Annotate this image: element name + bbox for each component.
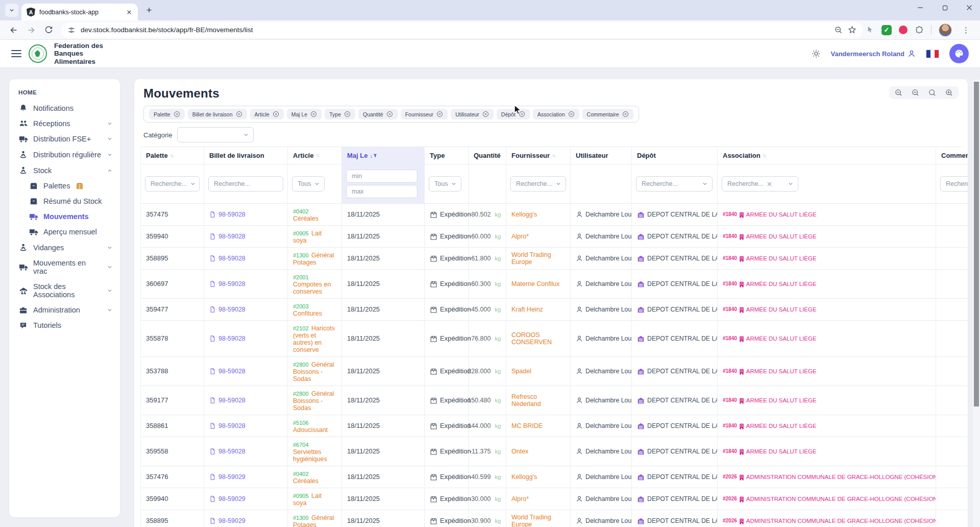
zoom-in-icon[interactable] bbox=[945, 88, 953, 97]
column-header-maj-le[interactable]: Maj Le↓ bbox=[342, 147, 425, 164]
theme-palette-button[interactable] bbox=[949, 44, 969, 63]
vertical-scrollbar[interactable] bbox=[972, 80, 980, 527]
table-row[interactable]: 35747698-59029#0402 Céréales18/11/2025Ex… bbox=[141, 466, 962, 488]
billet-link[interactable]: 98-59028 bbox=[218, 335, 246, 342]
sidebar-item-vidanges[interactable]: Vidanges bbox=[9, 239, 120, 255]
zoom-out-icon[interactable] bbox=[894, 88, 903, 97]
sidebar-item-stock-des-associations[interactable]: Stock des Associations bbox=[9, 279, 120, 302]
billet-link[interactable]: 98-59029 bbox=[218, 473, 246, 481]
max-filter-input[interactable] bbox=[346, 185, 418, 198]
browser-menu-icon[interactable]: ⋮ bbox=[959, 26, 973, 35]
filter-chip-palette[interactable]: Palette bbox=[149, 109, 185, 119]
column-header-fournisseur[interactable]: Fournisseur↑↓ bbox=[506, 147, 571, 164]
sidebar-item-distribution-fse[interactable]: Distribution FSE+ bbox=[9, 131, 120, 147]
forward-icon[interactable] bbox=[24, 23, 38, 37]
billet-link[interactable]: 98-59028 bbox=[218, 397, 246, 404]
billet-link[interactable]: 98-59029 bbox=[218, 495, 246, 502]
billet-link[interactable]: 98-59028 bbox=[218, 306, 246, 313]
chip-remove-icon[interactable] bbox=[174, 111, 180, 117]
chip-remove-icon[interactable] bbox=[344, 111, 351, 117]
sidebar-item-notifications[interactable]: Notifications bbox=[9, 100, 120, 116]
min-filter-input[interactable] bbox=[346, 170, 418, 183]
billet-link[interactable]: 98-59028 bbox=[218, 280, 246, 288]
sidebar-item-resume-du-stock[interactable]: Résumé du Stock bbox=[9, 194, 120, 209]
billet-link[interactable]: 98-59028 bbox=[218, 233, 246, 240]
language-flag-fr[interactable] bbox=[926, 50, 939, 58]
zoom-out-page-icon[interactable] bbox=[834, 26, 843, 34]
tab-close-icon[interactable] bbox=[125, 8, 134, 17]
filter-chip-association[interactable]: Association bbox=[533, 109, 579, 119]
sidebar-item-administration[interactable]: Administration bbox=[9, 302, 120, 318]
table-row[interactable]: 35994098-59028#0905 Lait soya18/11/2025E… bbox=[141, 226, 962, 248]
filter-input[interactable] bbox=[208, 176, 283, 191]
filter-chip-utilisateur[interactable]: Utilisateur bbox=[451, 109, 494, 119]
search-icon[interactable] bbox=[928, 88, 937, 97]
table-row[interactable]: 35994098-59029#0905 Lait soya18/11/2025E… bbox=[141, 488, 962, 510]
filter-input[interactable] bbox=[940, 176, 968, 191]
billet-link[interactable]: 98-59028 bbox=[218, 255, 246, 262]
billet-link[interactable]: 98-59028 bbox=[218, 422, 246, 429]
column-header-palette[interactable]: Palette↑↓ bbox=[141, 147, 204, 164]
chip-remove-icon[interactable] bbox=[273, 111, 279, 117]
billet-link[interactable]: 98-59028 bbox=[218, 368, 246, 375]
cursor-extension-icon[interactable] bbox=[867, 26, 874, 34]
profile-avatar[interactable] bbox=[939, 23, 952, 37]
chip-remove-icon[interactable] bbox=[310, 111, 317, 117]
tab-search-button[interactable] bbox=[5, 4, 18, 17]
maximize-icon[interactable] bbox=[939, 2, 950, 13]
zoom-out-secondary-icon[interactable] bbox=[911, 88, 920, 97]
theme-toggle-sun-icon[interactable] bbox=[812, 49, 821, 58]
minimize-icon[interactable] bbox=[915, 2, 926, 13]
sidebar-item-distribution-reguliere[interactable]: Distribution régulière bbox=[9, 147, 120, 162]
column-header-quantite[interactable]: Quantité bbox=[469, 147, 506, 164]
filter-select[interactable]: Tous bbox=[292, 176, 325, 191]
filter-chip-fournisseur[interactable]: Fournisseur bbox=[401, 109, 448, 119]
filter-chip-billet-de-livraison[interactable]: Billet de livraison bbox=[188, 109, 247, 119]
sidebar-item-apercu-mensuel[interactable]: Aperçu mensuel bbox=[9, 224, 120, 239]
chip-remove-icon[interactable] bbox=[236, 111, 242, 117]
bookmark-star-icon[interactable] bbox=[848, 26, 856, 34]
back-icon[interactable] bbox=[7, 23, 21, 37]
column-header-association[interactable]: Association↑↓ bbox=[718, 147, 936, 164]
table-row[interactable]: 35747598-59028#0402 Céréales18/11/2025Ex… bbox=[141, 204, 962, 226]
check-extension-icon[interactable]: ✓ bbox=[881, 25, 892, 35]
table-row[interactable]: 35955898-59028#6704 Serviettes hygiéniqu… bbox=[141, 437, 962, 466]
url-bar[interactable]: dev.stock.foodbanksit.be/stock/app/fr-BE… bbox=[61, 22, 863, 38]
clear-filter-icon[interactable] bbox=[767, 181, 772, 187]
sidebar-item-mouvements[interactable]: Mouvements bbox=[9, 209, 120, 224]
reload-icon[interactable] bbox=[41, 23, 56, 37]
user-menu[interactable]: Vandermeersch Roland bbox=[831, 50, 916, 58]
filter-chip-depot[interactable]: Dépôt bbox=[497, 109, 530, 119]
billet-link[interactable]: 98-59028 bbox=[218, 211, 246, 218]
table-row[interactable]: 35947798-59028#2003 Confitures18/11/2025… bbox=[141, 299, 962, 321]
column-header-commentaire[interactable]: Commentaire bbox=[936, 147, 968, 164]
column-header-type[interactable]: Type bbox=[425, 147, 469, 164]
billet-link[interactable]: 98-59028 bbox=[218, 448, 246, 455]
extensions-puzzle-icon[interactable] bbox=[915, 26, 924, 35]
filter-select[interactable]: Recherche... bbox=[510, 176, 566, 191]
column-header-utilisateur[interactable]: Utilisateur bbox=[571, 147, 632, 164]
chip-remove-icon[interactable] bbox=[622, 111, 629, 117]
filter-select[interactable]: Recherche... bbox=[636, 176, 713, 191]
column-header-billet-de-livraison[interactable]: Billet de livraison bbox=[204, 147, 288, 164]
sidebar-item-receptions[interactable]: Réceptions bbox=[9, 116, 120, 131]
filter-chip-type[interactable]: Type bbox=[325, 109, 355, 119]
filter-select[interactable]: Tous bbox=[429, 176, 461, 191]
chip-remove-icon[interactable] bbox=[386, 111, 393, 117]
chip-remove-icon[interactable] bbox=[436, 111, 443, 117]
column-header-article[interactable]: Article↑↓ bbox=[288, 147, 342, 164]
browser-tab[interactable]: A foodbanks-stock-app bbox=[21, 4, 138, 20]
sidebar-item-tutoriels[interactable]: Tutoriels bbox=[9, 318, 120, 333]
chip-remove-icon[interactable] bbox=[482, 111, 489, 117]
category-select[interactable] bbox=[177, 127, 254, 142]
chip-remove-icon[interactable] bbox=[519, 111, 525, 117]
sidebar-item-stock[interactable]: Stock bbox=[9, 162, 120, 178]
table-row[interactable]: 35889598-59029#1300 Général Potages18/11… bbox=[141, 510, 962, 527]
table-row[interactable]: 35886198-59028#5106 Adoucissant18/11/202… bbox=[141, 415, 962, 437]
table-row[interactable]: 35587898-59028#2102 Haricots (verts et a… bbox=[141, 321, 962, 357]
new-tab-button[interactable]: + bbox=[142, 3, 156, 17]
filter-chip-article[interactable]: Article bbox=[250, 109, 284, 119]
chip-remove-icon[interactable] bbox=[568, 111, 575, 117]
sidebar-item-mouvements-en-vrac[interactable]: Mouvements en vrac bbox=[9, 255, 120, 279]
column-header-depot[interactable]: Dépôt bbox=[632, 147, 718, 164]
